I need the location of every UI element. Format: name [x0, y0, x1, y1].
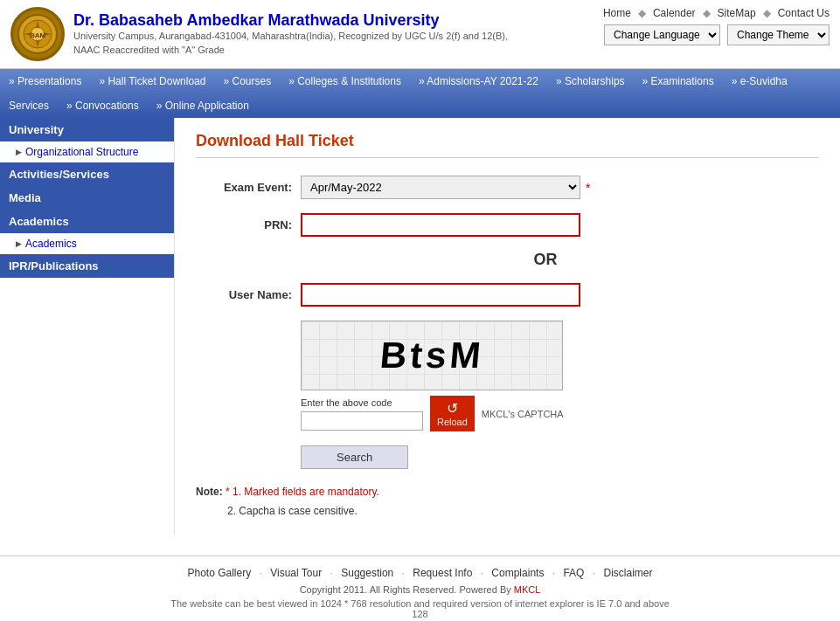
- exam-event-row: Exam Event: Apr/May-2022Oct/Nov-2022Mar/…: [196, 176, 790, 199]
- nav-services[interactable]: Services: [0, 93, 58, 118]
- sidebar: University Organizational Structure Acti…: [0, 118, 175, 535]
- reload-icon: ↺: [447, 400, 458, 417]
- logo-section: BAM Dr. Babasaheb Ambedkar Marathwada Un…: [10, 7, 528, 61]
- footer-faq[interactable]: FAQ: [563, 567, 584, 579]
- search-button-row: Search: [301, 445, 790, 469]
- nav-scholarships[interactable]: » Scholarships: [547, 69, 634, 93]
- username-input[interactable]: [301, 283, 580, 307]
- note-label: Note:: [196, 486, 223, 498]
- theme-select[interactable]: Change Theme: [727, 24, 830, 45]
- nav-examinations[interactable]: » Examinations: [634, 69, 723, 93]
- browser-note: The website can be best viewed in 1024 *…: [10, 598, 830, 609]
- page-number: 128: [10, 609, 830, 619]
- sidebar-section-academics[interactable]: Academics: [0, 210, 174, 233]
- sidebar-section-media[interactable]: Media: [0, 186, 174, 210]
- note1: * 1. Marked fields are mandatory.: [226, 486, 379, 498]
- university-logo: BAM: [10, 7, 65, 61]
- captcha-reload-button[interactable]: ↺ Reload: [430, 396, 475, 431]
- prn-input[interactable]: [301, 213, 580, 237]
- search-button[interactable]: Search: [301, 445, 408, 469]
- footer: Photo Gallery · Visual Tour · Suggestion…: [0, 555, 840, 621]
- nav-calendar[interactable]: Calender: [653, 7, 696, 19]
- nav-online-application[interactable]: » Online Application: [148, 93, 258, 118]
- captcha-section: BtsM Enter the above code ↺ Reload MKCL'…: [301, 321, 580, 431]
- captcha-image: BtsM: [301, 321, 563, 390]
- exam-event-input: Apr/May-2022Oct/Nov-2022Mar/Apr-2023: [301, 176, 580, 199]
- main-navigation: » Presentations » Hall Ticket Download »…: [0, 69, 840, 118]
- captcha-input[interactable]: [301, 411, 423, 431]
- or-divider: OR: [301, 251, 790, 269]
- nav-esuvidha[interactable]: » e-Suvidha: [723, 69, 796, 93]
- prn-input-container: [301, 213, 580, 237]
- nav-contact[interactable]: Contact Us: [778, 7, 830, 19]
- nav-admissions[interactable]: » Admissions-AY 2021-22: [410, 69, 547, 93]
- exam-event-label: Exam Event:: [196, 181, 301, 194]
- footer-visual-tour[interactable]: Visual Tour: [270, 567, 322, 579]
- username-row: User Name:: [196, 283, 790, 307]
- captcha-text: BtsM: [378, 335, 486, 376]
- required-star: *: [586, 181, 590, 195]
- content-area: Download Hall Ticket Exam Event: Apr/May…: [175, 118, 840, 535]
- top-controls: Change Language Change Theme: [604, 24, 830, 45]
- reload-label: Reload: [437, 417, 468, 427]
- captcha-mkcl-label: MKCL's CAPTCHA: [482, 409, 564, 419]
- nav-sitemap[interactable]: SiteMap: [718, 7, 756, 19]
- sidebar-section-activities[interactable]: Activities/Services: [0, 162, 174, 186]
- nav-presentations[interactable]: » Presentations: [0, 69, 90, 93]
- navbar-row2: Services » Convocations » Online Applica…: [0, 93, 840, 118]
- nav-courses[interactable]: » Courses: [214, 69, 280, 93]
- nav-hall-ticket[interactable]: » Hall Ticket Download: [90, 69, 214, 93]
- notes-section: Note: * 1. Marked fields are mandatory. …: [196, 483, 790, 521]
- university-info: Dr. Babasaheb Ambedkar Marathwada Univer…: [73, 11, 528, 57]
- sidebar-item-org-structure[interactable]: Organizational Structure: [0, 141, 174, 162]
- captcha-controls: Enter the above code ↺ Reload MKCL's CAP…: [301, 396, 580, 431]
- top-navigation: Home ◆ Calender ◆ SiteMap ◆ Contact Us: [603, 7, 830, 19]
- username-input-container: [301, 283, 580, 307]
- sidebar-section-university[interactable]: University: [0, 118, 174, 141]
- university-address: University Campus, Aurangabad-431004, Ma…: [73, 30, 528, 57]
- language-select[interactable]: Change Language: [604, 24, 720, 45]
- nav-colleges[interactable]: » Colleges & Institutions: [280, 69, 410, 93]
- nav-home[interactable]: Home: [603, 7, 631, 19]
- footer-complaints[interactable]: Complaints: [491, 567, 544, 579]
- hall-ticket-form: Exam Event: Apr/May-2022Oct/Nov-2022Mar/…: [196, 176, 790, 521]
- footer-photo-gallery[interactable]: Photo Gallery: [188, 567, 252, 579]
- sidebar-item-academics[interactable]: Academics: [0, 233, 174, 254]
- page-title: Download Hall Ticket: [196, 132, 819, 158]
- exam-event-select[interactable]: Apr/May-2022Oct/Nov-2022Mar/Apr-2023: [301, 176, 580, 199]
- copyright: Copyright 2011. All Rights Reserved. Pow…: [10, 584, 830, 595]
- prn-label: PRN:: [196, 218, 301, 231]
- footer-links: Photo Gallery · Visual Tour · Suggestion…: [10, 567, 830, 579]
- username-label: User Name:: [196, 288, 301, 301]
- navbar-row1: » Presentations » Hall Ticket Download »…: [0, 69, 840, 93]
- footer-disclaimer[interactable]: Disclaimer: [603, 567, 652, 579]
- sidebar-section-ipr[interactable]: IPR/Publications: [0, 254, 174, 278]
- footer-request-info[interactable]: Request Info: [413, 567, 472, 579]
- captcha-enter-label: Enter the above code: [301, 397, 423, 408]
- mkcl-link[interactable]: MKCL: [514, 584, 541, 595]
- prn-row: PRN:: [196, 213, 790, 237]
- university-name: Dr. Babasaheb Ambedkar Marathwada Univer…: [73, 11, 528, 30]
- top-header: BAM Dr. Babasaheb Ambedkar Marathwada Un…: [0, 0, 840, 69]
- main-container: University Organizational Structure Acti…: [0, 118, 840, 535]
- top-right-section: Home ◆ Calender ◆ SiteMap ◆ Contact Us C…: [603, 7, 830, 45]
- nav-convocations[interactable]: » Convocations: [58, 93, 148, 118]
- footer-suggestion[interactable]: Suggestion: [341, 567, 393, 579]
- note2: 2. Capcha is case censitive.: [196, 505, 358, 517]
